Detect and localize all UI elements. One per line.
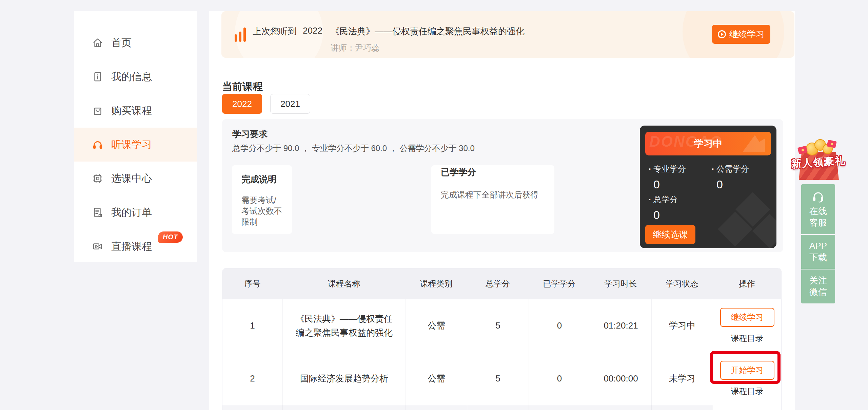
stat-public-credits: 公需学分 0: [712, 164, 749, 191]
floating-service-rail: 在线 客服 APP 下载 关注 微信: [801, 184, 835, 303]
sidebar-item-label: 听课学习: [111, 138, 152, 152]
row-category: 公需: [406, 299, 467, 352]
requirements-title: 学习要求: [232, 128, 268, 140]
audio-bars-icon: [235, 26, 248, 42]
status-banner: DONGAO 学习中: [645, 132, 771, 155]
watermark-text: DONGAO: [649, 133, 723, 150]
sidebar-item-label: 直播课程: [111, 240, 152, 254]
sidebar-item-home[interactable]: 首页: [74, 26, 197, 60]
play-icon: [718, 30, 726, 38]
row-total-credits: 5: [467, 299, 529, 352]
row-status: 学习中: [651, 299, 713, 352]
row-course-name: 《民法典》——侵权责任编之聚焦民事权益的强化: [282, 299, 406, 352]
row-actions: 开始学习 课程目录: [713, 352, 781, 405]
col-header-status: 学习状态: [651, 268, 713, 299]
col-header-duration: 学习时长: [590, 268, 651, 299]
stat-total-credits: 总学分 0: [649, 194, 678, 222]
tab-2021[interactable]: 2021: [270, 94, 310, 114]
hot-badge: HOT: [158, 231, 183, 243]
last-listened-teacher: 讲师：尹巧蕊: [331, 42, 379, 53]
table-row: 1 《民法典》——侵权责任编之聚焦民事权益的强化 公需 5 0 01:20:21…: [222, 299, 781, 352]
last-listened-banner: 上次您听到 2022 《民法典》——侵权责任编之聚焦民事权益的强化 讲师：尹巧蕊…: [221, 11, 794, 58]
continue-study-row-button[interactable]: 继续学习: [720, 308, 774, 327]
completion-note-title: 完成说明: [241, 173, 282, 185]
study-status-card: DONGAO 学习中 专业学分 0 公需学分 0 总学分 0 继续选课: [640, 126, 776, 248]
last-listened-course-title: 《民法典》——侵权责任编之聚焦民事权益的强化: [331, 25, 525, 37]
completion-note-card: 完成说明 需要考试/考试次数不限制: [232, 165, 292, 234]
row-duration: 01:20:21: [590, 299, 651, 352]
row-earned-credits: 0: [529, 352, 590, 405]
sidebar-item-my-info[interactable]: 我的信息: [74, 60, 197, 94]
continue-select-courses-button[interactable]: 继续选课: [645, 225, 695, 244]
stat-professional-credits: 专业学分 0: [649, 164, 686, 191]
main-content: 上次您听到 2022 《民法典》——侵权责任编之聚焦民事权益的强化 讲师：尹巧蕊…: [209, 11, 795, 410]
table-row: 2 国际经济发展趋势分析 公需 5 0 00:00:00 未学习 开始学习 课程…: [222, 352, 781, 405]
course-catalog-link[interactable]: 课程目录: [731, 333, 764, 344]
col-header-earned-credits: 已学学分: [529, 268, 590, 299]
row-total-credits: 5: [467, 352, 529, 405]
orders-icon: [92, 206, 104, 219]
row-duration: 00:00:00: [590, 352, 651, 405]
earned-credits-card: 已学学分 完成课程下全部讲次后获得: [431, 165, 554, 234]
year-tabs: 2022 2021: [222, 94, 310, 114]
row-index: 1: [222, 299, 282, 352]
earned-credits-body: 完成课程下全部讲次后获得: [441, 188, 545, 201]
new-user-gift-widget[interactable]: 新人领豪礼: [792, 138, 845, 184]
last-listened-year: 2022: [303, 25, 322, 36]
earned-credits-title: 已学学分: [441, 165, 545, 179]
sidebar: 首页 我的信息 购买课程 听课学习 选课中心 我的订单 直播课程 H: [74, 11, 197, 262]
sidebar-item-label: 购买课程: [111, 104, 152, 118]
col-header-total-credits: 总学分: [467, 268, 529, 299]
headset-icon: [811, 190, 825, 203]
col-header-index: 序号: [222, 268, 282, 299]
sidebar-item-listen-study[interactable]: 听课学习: [74, 128, 197, 162]
completion-note-body: 需要考试/考试次数不限制: [241, 195, 282, 227]
course-center-icon: [92, 172, 104, 185]
sidebar-item-label: 首页: [111, 36, 132, 50]
home-icon: [92, 37, 104, 49]
row-course-name: 国际经济发展趋势分析: [282, 352, 406, 405]
table-header-row: 序号 课程名称 课程类别 总学分 已学学分 学习时长 学习状态 操作: [222, 268, 781, 299]
sidebar-item-label: 我的订单: [111, 206, 152, 220]
row-category: 公需: [406, 352, 467, 405]
col-header-category: 课程类别: [406, 268, 467, 299]
arrow-decoration: [743, 135, 765, 152]
sidebar-item-live-courses[interactable]: 直播课程 HOT: [74, 229, 197, 263]
row-earned-credits: 0: [529, 299, 590, 352]
app-download-button[interactable]: APP 下载: [801, 235, 835, 269]
shopping-bag-icon: [92, 105, 104, 117]
tab-2022[interactable]: 2022: [222, 94, 262, 114]
row-actions: 继续学习 课程目录: [713, 299, 781, 352]
row-index: 2: [222, 352, 282, 405]
sidebar-item-course-center[interactable]: 选课中心: [74, 162, 197, 195]
headphones-icon: [92, 138, 104, 151]
col-header-actions: 操作: [713, 268, 781, 299]
sidebar-item-buy-courses[interactable]: 购买课程: [74, 94, 197, 128]
course-catalog-link[interactable]: 课程目录: [731, 386, 764, 397]
follow-wechat-button[interactable]: 关注 微信: [801, 269, 835, 303]
gift-banner-text: 新人领豪礼: [788, 153, 849, 171]
sidebar-item-label: 我的信息: [111, 70, 152, 84]
sidebar-item-my-orders[interactable]: 我的订单: [74, 195, 197, 229]
live-video-icon: [92, 240, 104, 253]
current-courses-heading: 当前课程: [222, 80, 263, 94]
continue-study-button[interactable]: 继续学习: [712, 25, 770, 44]
online-service-button[interactable]: 在线 客服: [801, 184, 835, 234]
last-listened-prefix: 上次您听到: [253, 25, 297, 37]
study-requirements-panel: 学习要求 总学分不少于 90.0 ， 专业学分不少于 60.0 ， 公需学分不少…: [222, 119, 783, 252]
col-header-course-name: 课程名称: [282, 268, 406, 299]
courses-table: 序号 课程名称 课程类别 总学分 已学学分 学习时长 学习状态 操作 1 《民法…: [222, 268, 782, 410]
next-row-partial: [222, 405, 781, 410]
info-doc-icon: [92, 71, 104, 83]
start-study-row-button[interactable]: 开始学习: [720, 361, 774, 380]
sidebar-item-label: 选课中心: [111, 172, 152, 186]
row-status: 未学习: [651, 352, 713, 405]
requirements-line: 总学分不少于 90.0 ， 专业学分不少于 60.0 ， 公需学分不少于 30.…: [232, 143, 475, 154]
